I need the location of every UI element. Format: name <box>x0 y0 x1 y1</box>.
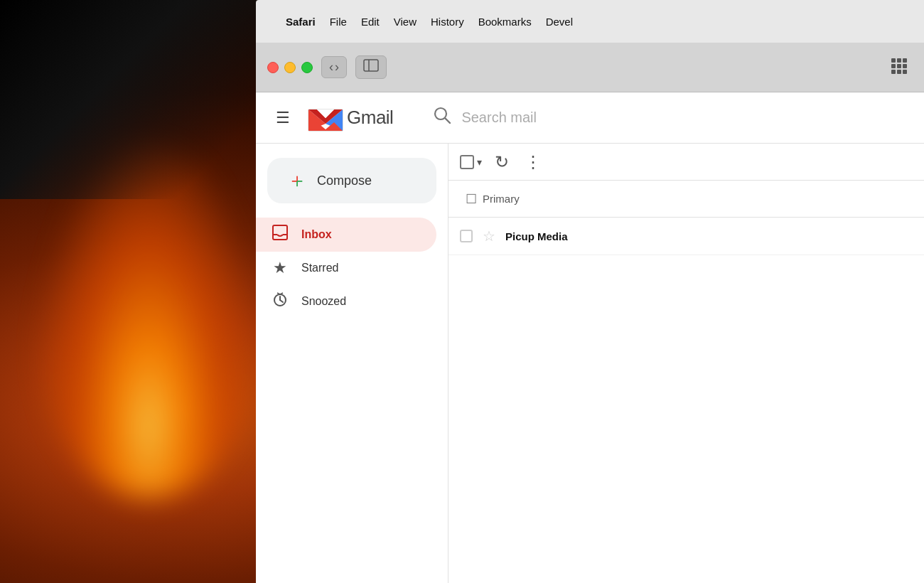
menu-file[interactable]: File <box>330 16 347 28</box>
sidebar-item-snoozed[interactable]: Snoozed <box>256 284 436 319</box>
search-icon <box>433 106 451 129</box>
snooze-icon <box>270 292 290 311</box>
sidebar-icon <box>363 59 379 72</box>
sidebar-item-inbox[interactable]: Inbox <box>256 218 436 252</box>
traffic-lights <box>267 62 313 73</box>
primary-tab-label: Primary <box>483 193 520 205</box>
svg-rect-4 <box>903 58 907 63</box>
close-button[interactable] <box>267 62 279 73</box>
menu-safari[interactable]: Safari <box>286 16 316 28</box>
gmail-logo: Gmail <box>307 104 393 132</box>
select-all-checkbox-wrap[interactable]: ▾ <box>460 155 482 169</box>
gmail-search-bar[interactable]: Search mail <box>433 106 788 129</box>
gmail-content-area: ☰ <box>256 92 924 583</box>
menu-edit[interactable]: Edit <box>361 16 380 28</box>
email-star-icon[interactable]: ☆ <box>483 228 495 245</box>
browser-chrome: ‹ › <box>256 43 924 92</box>
gmail-m-icon <box>307 104 344 132</box>
gmail-main-panel: ▾ ↻ ⋮ ☐ Primary ☆ P <box>448 144 924 583</box>
svg-line-20 <box>446 119 451 124</box>
email-list: ☆ Picup Media <box>448 218 924 583</box>
gmail-sidebar: ＋ Compose Inbox <box>256 144 448 583</box>
search-placeholder-text: Search mail <box>461 109 537 126</box>
sidebar-toggle-button[interactable] <box>355 55 387 79</box>
compose-button[interactable]: ＋ Compose <box>267 158 436 203</box>
svg-rect-8 <box>891 70 896 74</box>
gmail-title-text: Gmail <box>347 107 393 129</box>
select-dropdown-arrow[interactable]: ▾ <box>477 156 482 168</box>
select-all-checkbox[interactable] <box>460 155 474 169</box>
svg-rect-6 <box>897 64 901 68</box>
inbox-svg-icon <box>272 225 288 240</box>
svg-rect-2 <box>891 58 896 63</box>
menu-history[interactable]: History <box>431 16 464 28</box>
sidebar-item-starred[interactable]: ★ Starred <box>256 252 436 284</box>
email-sender: Picup Media <box>505 230 619 242</box>
star-icon: ★ <box>270 259 290 277</box>
snoozed-label: Snoozed <box>301 295 346 308</box>
grid-icon <box>890 57 907 74</box>
grid-icon-button[interactable] <box>884 54 913 81</box>
tab-primary[interactable]: ☐ Primary <box>460 181 525 217</box>
svg-rect-21 <box>273 225 287 240</box>
gmail-header: ☰ <box>256 92 924 144</box>
svg-rect-9 <box>897 70 901 74</box>
compose-label: Compose <box>317 173 372 188</box>
table-row[interactable]: ☆ Picup Media <box>448 218 924 255</box>
forward-icon[interactable]: › <box>335 60 339 75</box>
svg-rect-0 <box>364 60 378 71</box>
snooze-svg-icon <box>272 292 288 307</box>
inbox-label: Inbox <box>301 228 332 241</box>
inbox-toolbar: ▾ ↻ ⋮ <box>448 144 924 181</box>
svg-rect-3 <box>897 58 901 63</box>
menu-view[interactable]: View <box>394 16 417 28</box>
gmail-body: ＋ Compose Inbox <box>256 144 924 583</box>
search-magnifier-icon <box>433 106 451 124</box>
svg-line-26 <box>280 300 283 302</box>
inbox-icon <box>270 225 290 245</box>
minimize-button[interactable] <box>284 62 296 73</box>
maximize-button[interactable] <box>301 62 313 73</box>
macos-menubar: Safari File Edit View History Bookmarks … <box>256 0 924 43</box>
refresh-button[interactable]: ↻ <box>492 149 512 175</box>
corner-dark-topleft <box>0 0 270 199</box>
svg-rect-7 <box>903 64 907 68</box>
primary-tab-icon: ☐ <box>466 191 477 207</box>
svg-rect-5 <box>891 64 896 68</box>
compose-plus-icon: ＋ <box>287 171 307 191</box>
laptop-frame: Safari File Edit View History Bookmarks … <box>256 0 924 583</box>
menu-bookmarks[interactable]: Bookmarks <box>478 16 532 28</box>
back-icon[interactable]: ‹ <box>329 60 333 75</box>
svg-point-19 <box>435 108 446 119</box>
inbox-tabs: ☐ Primary <box>448 181 924 218</box>
hamburger-menu-button[interactable]: ☰ <box>270 105 296 132</box>
starred-label: Starred <box>301 262 338 274</box>
svg-rect-10 <box>903 70 907 74</box>
more-options-button[interactable]: ⋮ <box>522 149 543 175</box>
email-checkbox[interactable] <box>460 230 473 242</box>
back-forward-buttons[interactable]: ‹ › <box>321 56 347 78</box>
menu-develop[interactable]: Devel <box>546 16 573 28</box>
